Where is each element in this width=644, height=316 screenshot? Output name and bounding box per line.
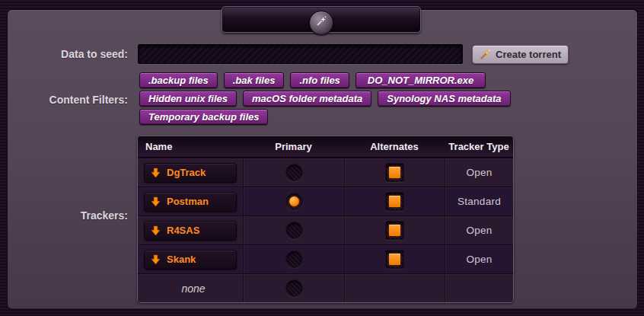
column-header-primary: Primary [243,136,344,157]
primary-radio[interactable] [285,193,303,210]
tracker-type: Open [466,167,492,178]
tracker-row: Postman Standard [138,187,513,215]
filter-chip-row-1: .backup files .bak files .nfo files DO_N… [139,72,486,88]
download-arrow-icon [151,254,161,265]
alternate-checkbox[interactable] [385,221,404,240]
data-to-seed-label: Data to seed: [0,48,128,60]
filter-chip[interactable]: macOS folder metadata [243,91,371,107]
trackers-table: Name Primary Alternates Tracker Type DgT… [137,136,514,303]
filter-chip-row-2: Hidden unix files macOS folder metadata … [139,91,511,107]
column-header-tracker-type: Tracker Type [445,136,513,157]
column-header-name: Name [138,136,243,157]
tracker-link-button[interactable]: DgTrack [144,163,237,183]
primary-radio[interactable] [285,251,303,268]
tracker-type: Open [466,254,492,265]
tracker-row-none: none [138,273,513,302]
tracker-name: R4SAS [167,225,199,236]
column-header-alternates: Alternates [344,136,445,157]
filter-chip[interactable]: DO_NOT_MIRROR.exe [355,72,486,88]
alternate-checkbox[interactable] [385,163,404,182]
create-torrent-button[interactable]: Create torrent [472,45,569,64]
primary-radio[interactable] [285,279,303,297]
tracker-link-button[interactable]: Skank [144,250,237,270]
tracker-name: Skank [167,254,196,265]
download-arrow-icon [151,196,161,207]
alternate-checkbox[interactable] [385,192,404,211]
create-torrent-label: Create torrent [496,49,561,60]
download-arrow-icon [151,225,161,236]
filter-chip[interactable]: .backup files [139,72,218,88]
filter-chip-row-3: Temporary backup files [139,109,268,125]
alternate-checkbox[interactable] [385,250,404,269]
tracker-name-none: none [181,282,205,295]
filter-chip[interactable]: .bak files [224,72,285,88]
trackers-table-header: Name Primary Alternates Tracker Type [138,136,513,158]
tracker-row: R4SAS Open [138,215,513,244]
tracker-row: Skank Open [138,244,513,273]
tracker-name: Postman [167,196,209,207]
primary-radio[interactable] [285,222,303,239]
tracker-row: DgTrack Open [138,158,513,187]
trackers-label: Trackers: [0,209,128,222]
filter-chip[interactable]: Temporary backup files [139,109,268,125]
tracker-link-button[interactable]: R4SAS [144,221,237,241]
wand-expander-bar[interactable] [222,6,421,33]
tracker-type: Standard [457,196,501,207]
wand-sparkle-icon [315,15,327,30]
filter-chip[interactable]: Synology NAS metadata [378,91,510,107]
wand-sparkle-icon [480,49,491,60]
primary-radio[interactable] [285,164,303,181]
download-arrow-icon [151,168,161,178]
tracker-link-button[interactable]: Postman [144,192,237,212]
tracker-type: Open [466,225,492,236]
filter-chip[interactable]: .nfo files [290,72,349,88]
tracker-name: DgTrack [167,167,206,178]
filter-chip[interactable]: Hidden unix files [139,91,237,107]
content-filters-label: Content Filters: [0,94,128,106]
data-to-seed-input[interactable] [138,44,463,64]
torrent-create-screen: Data to seed: Create torrent Content Fil… [0,0,644,316]
wand-orb-button[interactable] [309,11,333,35]
